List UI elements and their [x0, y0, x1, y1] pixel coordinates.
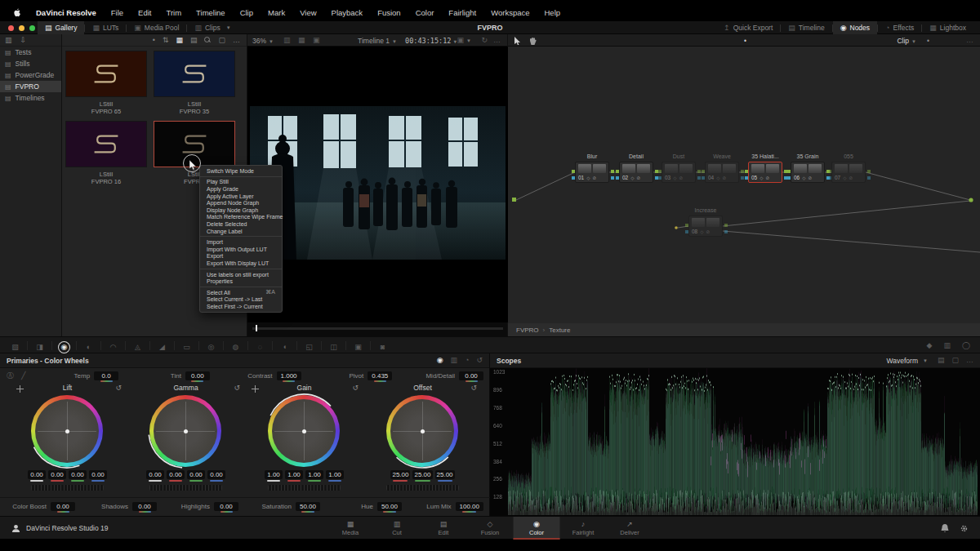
menubar-item-mark[interactable]: Mark [268, 8, 285, 17]
still-thumbnail[interactable] [65, 51, 147, 97]
param-value[interactable]: 50.00 [296, 502, 320, 511]
power-windows-icon[interactable]: ▭ [175, 338, 198, 353]
gallery-still-icon[interactable]: ▣▼ [457, 37, 471, 44]
page-tab-color[interactable]: ◉Color [514, 517, 560, 540]
menu-item-import[interactable]: Import [200, 238, 282, 246]
wheel-value[interactable]: 1.00 [305, 470, 323, 479]
log-view-icon[interactable]: ◔ [465, 357, 469, 364]
pan-hand-icon[interactable] [529, 37, 537, 45]
param-value[interactable]: 0.00 [132, 502, 157, 511]
wheel-master-slider[interactable] [386, 485, 459, 491]
wheel-reset-icon[interactable]: ↺ [234, 384, 240, 392]
node-blue-port[interactable] [745, 176, 748, 180]
lift-adjust-icon[interactable] [16, 385, 24, 393]
tracker-icon[interactable]: ◎ [199, 338, 223, 353]
node-blue-port[interactable] [685, 230, 688, 233]
wheel-value[interactable]: 0.00 [167, 470, 185, 479]
tab-luts[interactable]: ▦LUTs [85, 21, 126, 34]
node-green-port[interactable] [867, 170, 871, 173]
menubar-item-workspace[interactable]: Workspace [491, 8, 529, 17]
wipe-dot-icon[interactable]: • [153, 37, 155, 44]
album-powergrade[interactable]: ▤PowerGrade [0, 69, 61, 81]
node-04[interactable]: 04◇⊘ [705, 162, 739, 183]
still-thumbnail[interactable] [154, 121, 235, 167]
still-thumbnail[interactable] [154, 51, 235, 97]
node-blue-port[interactable] [828, 176, 831, 180]
blur-icon[interactable]: ◌ [248, 338, 272, 353]
page-tab-cut[interactable]: ▥Cut [374, 517, 421, 540]
menubar-item-edit[interactable]: Edit [138, 8, 151, 17]
menu-item-switch-wipe-mode[interactable]: Switch Wipe Mode [200, 167, 282, 175]
tab-lightbox[interactable]: ▦Lightbox [922, 21, 973, 34]
list-view-icon[interactable]: ▤ [190, 37, 198, 44]
param-value[interactable]: 0.00 [459, 371, 483, 380]
node-green-port[interactable] [745, 170, 748, 173]
param-value[interactable]: 0.00 [185, 371, 210, 380]
key-icon[interactable]: ◖ [273, 338, 296, 353]
stills-album-icon[interactable]: ⇩ [20, 37, 27, 44]
node-blue-port[interactable] [787, 176, 791, 180]
viewer-zoom-select[interactable]: 36%▼ [252, 37, 274, 45]
white-picker-icon[interactable]: ╱ [21, 372, 25, 380]
menu-item-apply-active-layer[interactable]: Apply Active Layer [200, 193, 282, 200]
menu-item-append-node-graph[interactable]: Append Node Graph [200, 199, 282, 207]
wheel-reset-icon[interactable]: ↺ [352, 384, 359, 392]
scopes-toggle-icon[interactable]: ▥ [943, 342, 951, 349]
node-blue-port[interactable] [867, 176, 871, 180]
timeline-select[interactable]: Timeline 1▼ [358, 37, 397, 45]
page-tab-media[interactable]: ▦Media [327, 517, 374, 540]
menu-item-export[interactable]: Export [200, 253, 282, 260]
node-green-port[interactable] [658, 170, 662, 173]
wheel-master-arc[interactable] [29, 393, 105, 469]
camera-raw-icon[interactable]: ▧ [3, 338, 27, 353]
wipe-mode-icon[interactable]: ▥ [283, 37, 291, 44]
album-timelines[interactable]: ▤Timelines [0, 92, 61, 104]
scope-expand-icon[interactable]: ▢ [951, 357, 959, 364]
zoom-button[interactable] [29, 25, 35, 31]
menu-item-select-all[interactable]: Select All⌘A [200, 289, 282, 296]
menu-item-import-with-output-lut[interactable]: Import With Output LUT [200, 246, 282, 253]
breadcrumb-current[interactable]: Texture [549, 327, 570, 334]
menubar-item-view[interactable]: View [300, 8, 316, 17]
tab-gallery[interactable]: ▤Gallery [38, 21, 84, 34]
select-cursor-icon[interactable] [514, 37, 521, 45]
grid-view-icon[interactable]: ▦ [176, 37, 183, 44]
menu-item-match-reference-wipe-frame[interactable]: Match Reference Wipe Frame [200, 214, 282, 221]
node-blue-port[interactable] [724, 230, 728, 233]
node-blue-port[interactable] [697, 176, 701, 180]
node-green-port[interactable] [702, 170, 705, 173]
wheel-value[interactable]: 0.00 [48, 470, 66, 479]
album-tests[interactable]: ▤Tests [0, 47, 61, 58]
node-mode-select[interactable]: Clip▼ [897, 37, 916, 45]
bypass-grades-icon[interactable]: ↻ [481, 37, 488, 44]
menu-item-display-node-graph[interactable]: Display Node Graph [200, 207, 282, 214]
node-green-port[interactable] [741, 170, 744, 173]
node-08[interactable]: 08◇⊘ [688, 216, 723, 237]
node-01[interactable]: 01◇⊘ [575, 162, 609, 183]
node-blue-port[interactable] [611, 176, 614, 180]
node-green-port[interactable] [616, 170, 619, 173]
menu-item-properties[interactable]: Properties [200, 278, 282, 285]
album-stills[interactable]: ▤Stills [0, 58, 61, 69]
node-blue-port[interactable] [741, 176, 744, 180]
menu-item-export-with-display-lut[interactable]: Export With Display LUT [200, 260, 282, 267]
qualifier-icon[interactable]: ◢ [150, 338, 174, 353]
viewer-scrub-bar[interactable] [252, 327, 503, 330]
curves-icon[interactable]: ◠ [101, 338, 125, 353]
node-green-port[interactable] [697, 170, 701, 173]
viewer-image[interactable]: ◉▼ ▨ |◀◀■▶▶|↻ 01:16:59:23 [247, 47, 508, 322]
node-more-icon[interactable]: … [966, 37, 973, 44]
tab-timeline[interactable]: ▤Timeline [781, 21, 831, 34]
wheel-value[interactable]: 0.00 [187, 470, 205, 479]
wheel-master-arc[interactable] [384, 393, 461, 469]
wheel-master-slider[interactable] [31, 485, 104, 491]
node-green-port[interactable] [787, 170, 791, 173]
wheel-value[interactable]: 25.00 [390, 470, 410, 479]
minimize-button[interactable] [19, 25, 24, 31]
wheel-master-arc[interactable] [147, 393, 224, 469]
page-tab-deliver[interactable]: ↗Deliver [607, 517, 653, 540]
wheel-value[interactable]: 0.00 [28, 470, 46, 479]
scope-settings-icon[interactable]: ▤ [938, 357, 945, 364]
menu-item-select-first-current[interactable]: Select First -> Current [200, 303, 282, 310]
node-green-port[interactable] [828, 170, 831, 173]
